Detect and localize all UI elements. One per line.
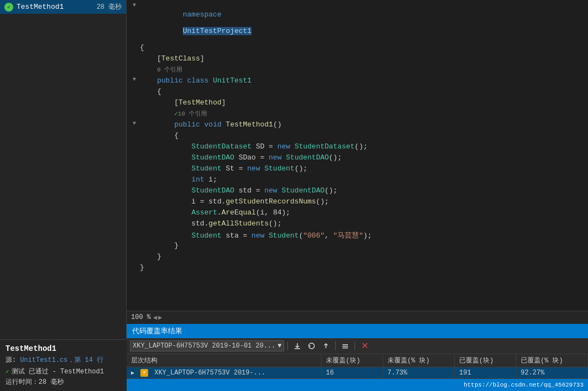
code-line: } — [127, 263, 588, 274]
test-info-status: ✓ 测试 已通过 - TestMethod1 — [6, 367, 121, 376]
code-line: StudentDAO std = new StudentDAO(); — [127, 186, 588, 197]
svg-rect-0 — [342, 344, 348, 345]
test-method-label: TestMethod1 — [17, 3, 93, 11]
zoom-bar: 100 % ◀ ▶ — [127, 311, 588, 324]
test-info-runtime: 运行时间：28 毫秒 — [6, 377, 121, 387]
status-bar: https://blog.csdn.net/qq_45629733 — [127, 379, 588, 391]
code-line: i = std.getStudentRecordsNums(); — [127, 197, 588, 208]
fold-gutter[interactable]: ▼ — [129, 120, 140, 126]
test-method-time: 28 毫秒 — [96, 2, 122, 12]
code-line: ▼ public class UnitTest1 — [127, 76, 588, 87]
cell-covered-blocks: 191 — [455, 367, 516, 378]
code-line: Assert.AreEqual(i, 84); — [127, 208, 588, 219]
cell-covered-pct: 92.27% — [516, 367, 587, 378]
test-info-title: TestMethod1 — [6, 344, 121, 353]
file-icon: ≡ — [140, 369, 148, 377]
code-line: 0 个引用 — [127, 65, 588, 76]
test-info-panel: TestMethod1 源: UnitTest1.cs，第 14 行 ✓ 测试 … — [0, 339, 127, 391]
code-line: { — [127, 87, 588, 98]
code-line: Student St = new Student(); — [127, 164, 588, 175]
code-line: { — [127, 43, 588, 54]
test-method-item[interactable]: ✓ TestMethod1 28 毫秒 — [0, 0, 126, 14]
col-header-covered-blocks: 已覆盖(块) — [455, 354, 516, 367]
code-line: std.getAllStudents(); — [127, 219, 588, 230]
coverage-dropdown[interactable]: XKY_LAPTOP-6H75753V 2019-10-01 20... ▼ — [130, 340, 284, 351]
toolbar-separator-3 — [355, 342, 355, 350]
collapse-button[interactable] — [339, 340, 351, 352]
code-line: ▼ namespace UnitTestProject1 — [127, 2, 588, 43]
coverage-panel: 代码覆盖率结果 XKY_LAPTOP-6H75753V 2019-10-01 2… — [127, 324, 588, 379]
cell-uncovered-pct: 7.73% — [383, 367, 454, 378]
table-header-row: 层次结构 未覆盖(块) 未覆盖(% 块) 已覆盖(块) 已覆盖(% 块) — [127, 354, 588, 367]
code-editor: ▼ namespace UnitTestProject1 { [TestClas… — [127, 0, 588, 311]
col-header-structure: 层次结构 — [127, 354, 322, 367]
expand-icon[interactable]: ▶ — [131, 370, 134, 376]
zoom-arrows: ◀ ▶ — [153, 313, 162, 322]
svg-rect-1 — [342, 346, 348, 347]
status-url[interactable]: https://blog.csdn.net/qq_45629733 — [464, 382, 584, 388]
code-line: [TestMethod] — [127, 98, 588, 109]
export-button[interactable] — [291, 340, 303, 352]
cell-uncovered-blocks: 16 — [322, 367, 383, 378]
fold-gutter[interactable]: ▼ — [129, 76, 140, 82]
table-row[interactable]: ▶ ≡ XKY_LAPTOP-6H75753V 2019-... 16 7.73… — [127, 367, 588, 378]
pass-icon: ✓ — [4, 3, 13, 12]
test-source-link[interactable]: UnitTest1.cs，第 14 行 — [20, 356, 103, 364]
code-line: } — [127, 252, 588, 263]
zoom-arrow-left[interactable]: ◀ — [153, 313, 157, 322]
zoom-level: 100 % — [131, 313, 151, 321]
status-check-icon: ✓ — [6, 368, 9, 375]
code-content[interactable]: ▼ namespace UnitTestProject1 { [TestClas… — [127, 0, 588, 311]
toolbar-separator-2 — [335, 342, 336, 350]
code-line: ▼ public void TestMethod1() — [127, 120, 588, 131]
code-line: { — [127, 131, 588, 142]
col-header-uncovered-blocks: 未覆盖(块) — [322, 354, 383, 367]
up-button[interactable] — [320, 340, 332, 352]
coverage-table: 层次结构 未覆盖(块) 未覆盖(% 块) 已覆盖(块) 已覆盖(% 块) ▶ ≡… — [127, 354, 588, 379]
toolbar-separator — [287, 342, 288, 350]
code-line: int i; — [127, 175, 588, 186]
refresh-button[interactable] — [306, 340, 318, 352]
test-info-source: 源: UnitTest1.cs，第 14 行 — [6, 355, 121, 365]
svg-rect-2 — [342, 348, 348, 349]
col-header-uncovered-pct: 未覆盖(% 块) — [383, 354, 454, 367]
zoom-arrow-right[interactable]: ▶ — [158, 313, 162, 322]
code-line: StudentDAO SDao = new StudentDAO(); — [127, 153, 588, 164]
code-line: Student sta = new Student("006", "马芸慧"); — [127, 230, 588, 241]
code-line: } — [127, 241, 588, 252]
cell-structure: ▶ ≡ XKY_LAPTOP-6H75753V 2019-... — [127, 367, 322, 378]
code-line: [TestClass] — [127, 54, 588, 65]
coverage-toolbar: XKY_LAPTOP-6H75753V 2019-10-01 20... ▼ — [127, 338, 588, 354]
col-header-covered-pct: 已覆盖(% 块) — [516, 354, 587, 367]
code-line: StudentDataset SD = new StudentDataset()… — [127, 142, 588, 153]
coverage-header: 代码覆盖率结果 — [127, 324, 588, 338]
code-line: ✓10 个引用 — [127, 109, 588, 120]
close-coverage-button[interactable]: ✕ — [358, 340, 371, 352]
fold-gutter[interactable]: ▼ — [129, 2, 140, 8]
